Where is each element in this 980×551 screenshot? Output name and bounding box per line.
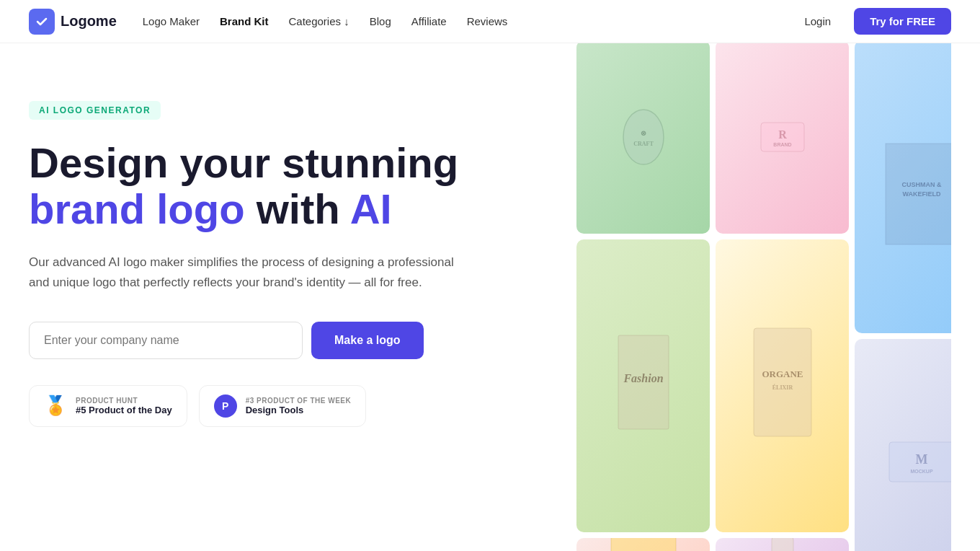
make-logo-button[interactable]: Make a logo: [311, 322, 424, 359]
svg-text:CUSHMAN &: CUSHMAN &: [901, 181, 941, 188]
svg-rect-11: [754, 328, 811, 436]
product-hunt-title: #5 Product of the Day: [76, 405, 172, 415]
svg-text:M: M: [915, 452, 927, 467]
svg-text:⊗: ⊗: [640, 129, 646, 137]
svg-text:WAKEFIELD: WAKEFIELD: [902, 190, 940, 198]
grid-img-fashion-tote: Fashion: [576, 239, 710, 532]
nav-link-blog[interactable]: Blog: [370, 15, 391, 27]
product-week-title: Design Tools: [246, 405, 352, 415]
product-hunt-text: PRODUCT HUNT #5 Product of the Day: [76, 397, 172, 415]
hero-title-ai: AI: [350, 185, 392, 232]
logo-icon: [29, 9, 55, 35]
try-free-button[interactable]: Try for FREE: [854, 8, 951, 35]
image-grid: ⊗ CRAFT R BRAND CUSHMAN & WAKEFIELD: [576, 43, 951, 551]
ai-badge: AI LOGO GENERATOR: [29, 101, 161, 120]
svg-text:Fashion: Fashion: [623, 372, 663, 384]
hero-title-with: with: [245, 185, 350, 232]
hero-title-line1: Design your stunning: [29, 139, 458, 186]
nav-right: Login Try for FREE: [793, 8, 951, 35]
login-button[interactable]: Login: [793, 9, 842, 33]
grid-img-mockup-card: M MOCKUP: [855, 339, 951, 551]
hero-left: AI LOGO GENERATOR Design your stunning b…: [29, 43, 576, 427]
svg-text:MOCKUP: MOCKUP: [910, 469, 932, 474]
svg-rect-20: [772, 538, 793, 551]
logo-text: Logome: [61, 13, 117, 30]
svg-text:R: R: [778, 128, 787, 141]
svg-point-0: [623, 110, 664, 164]
svg-rect-17: [611, 538, 676, 551]
hero-title-brand-logo: brand logo with AI: [29, 185, 392, 232]
svg-text:CRAFT: CRAFT: [633, 141, 654, 147]
company-name-input[interactable]: [29, 322, 303, 359]
nav-link-categories[interactable]: Categories ↓: [289, 15, 349, 27]
grid-img-coffee-cup: ⊗ CRAFT: [576, 43, 710, 234]
nav-left: Logome Logo Maker Brand Kit Categories ↓…: [29, 9, 507, 35]
badges-row: 🏅 PRODUCT HUNT #5 Product of the Day P #…: [29, 385, 548, 427]
product-week-label: #3 PRODUCT OF THE WEEK: [246, 397, 352, 405]
nav-link-logo-maker[interactable]: Logo Maker: [143, 15, 200, 27]
grid-img-super-files-box: ⚡ Super Files +: [576, 538, 710, 551]
product-week-icon: P: [214, 394, 237, 418]
svg-text:ÉLIXIR: ÉLIXIR: [772, 384, 793, 391]
svg-text:ORGANE: ORGANE: [762, 369, 803, 379]
product-hunt-badge: 🏅 PRODUCT HUNT #5 Product of the Day: [29, 385, 187, 427]
product-hunt-icon: 🏅: [44, 394, 67, 417]
hero-description: Our advanced AI logo maker simplifies th…: [29, 252, 461, 293]
grid-img-brand-card: R BRAND: [716, 43, 849, 234]
nav-links: Logo Maker Brand Kit Categories ↓ Blog A…: [143, 15, 508, 27]
hero-title-brand: brand logo: [29, 185, 245, 232]
navbar: Logome Logo Maker Brand Kit Categories ↓…: [0, 0, 980, 43]
product-week-text: #3 PRODUCT OF THE WEEK Design Tools: [246, 397, 352, 415]
product-hunt-label: PRODUCT HUNT: [76, 397, 172, 405]
grid-img-organe-bag: ORGANE ÉLIXIR: [716, 239, 849, 532]
grid-img-miyolo: miyolo: [716, 538, 849, 551]
hero-input-row: Make a logo: [29, 322, 548, 359]
hero-section: AI LOGO GENERATOR Design your stunning b…: [0, 43, 980, 551]
grid-img-building: CUSHMAN & WAKEFIELD: [855, 43, 951, 333]
hero-title: Design your stunning brand logo with AI: [29, 140, 548, 232]
svg-text:BRAND: BRAND: [773, 142, 791, 147]
nav-link-reviews[interactable]: Reviews: [467, 15, 508, 27]
nav-link-brand-kit[interactable]: Brand Kit: [220, 15, 269, 27]
product-week-badge: P #3 PRODUCT OF THE WEEK Design Tools: [199, 385, 367, 427]
nav-link-affiliate[interactable]: Affiliate: [411, 15, 447, 27]
logo-wrap[interactable]: Logome: [29, 9, 117, 35]
